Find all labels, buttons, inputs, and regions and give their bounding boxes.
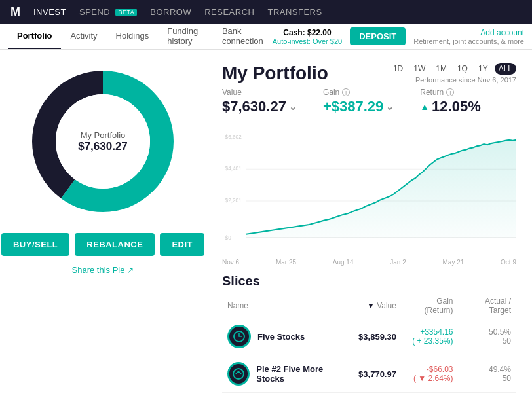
chart-label-jan: Jan 2 — [390, 259, 406, 266]
donut-label: My Portfolio $7,630.27 — [78, 130, 128, 153]
stats-row: Value $7,630.27 ⌄ Gain i +$387.29 ⌄ — [222, 88, 516, 122]
return-arrow-icon: ▲ — [420, 101, 429, 112]
chart-label-oct: Oct 9 — [501, 259, 516, 266]
stat-value-block: Value $7,630.27 ⌄ — [222, 88, 297, 115]
portfolio-gain: +$387.29 ⌄ — [323, 98, 394, 115]
nav-transfers[interactable]: TRANSFERS — [267, 7, 322, 17]
time-btn-1d[interactable]: 1D — [389, 63, 407, 75]
slice-2-name: Pie #2 Five More Stocks — [256, 364, 348, 384]
svg-text:$0: $0 — [225, 234, 231, 242]
slices-table: Name ▼ Value Gain (Return) Actual / Targ… — [222, 294, 516, 393]
slice-name-cell-1: Five Stocks — [222, 318, 353, 355]
table-row: Five Stocks $3,859.30 +$354.16 ( + 23.35… — [222, 318, 516, 355]
action-buttons: BUY/SELL REBALANCE EDIT — [1, 233, 204, 256]
slice-1-name: Five Stocks — [257, 332, 305, 342]
donut-portfolio-label: My Portfolio — [78, 130, 128, 140]
chart-label-nov: Nov 6 — [222, 259, 239, 266]
tab-bank-connection[interactable]: Bank connection — [213, 24, 273, 49]
value-chevron: ⌄ — [289, 101, 297, 112]
logo: M — [10, 5, 20, 19]
portfolio-chart: $6,602 $4,401 $2,201 $0 — [222, 130, 516, 248]
time-btn-1w[interactable]: 1W — [409, 63, 429, 75]
sort-icon: ▼ — [367, 301, 375, 310]
add-account[interactable]: Add account Retirement, joint accounts, … — [413, 28, 524, 45]
time-btn-1m[interactable]: 1M — [432, 63, 451, 75]
rebalance-button[interactable]: REBALANCE — [75, 233, 155, 256]
tab-funding-history[interactable]: Funding history — [158, 24, 213, 49]
return-label: Return i — [420, 88, 480, 97]
slice-2-gain: -$66.03 ( ▼ 2.64%) — [402, 355, 459, 393]
beta-badge: BETA — [115, 9, 137, 16]
value-label: Value — [222, 88, 297, 97]
share-pie-link[interactable]: Share this Pie ↗ — [72, 265, 134, 275]
share-pie-label: Share this Pie — [72, 265, 125, 275]
slice-icon-2 — [227, 362, 250, 386]
add-account-sub: Retirement, joint accounts, & more — [413, 37, 524, 45]
gain-chevron: ⌄ — [386, 101, 394, 112]
col-name: Name — [222, 294, 353, 318]
svg-text:$4,401: $4,401 — [225, 165, 242, 172]
time-btn-1q[interactable]: 1Q — [453, 63, 472, 75]
return-info-icon: i — [446, 88, 454, 96]
tab-portfolio[interactable]: Portfolio — [8, 24, 61, 49]
main-content: My Portfolio $7,630.27 BUY/SELL REBALANC… — [0, 50, 532, 400]
chart-label-may: May 21 — [442, 259, 464, 266]
deposit-button[interactable]: DEPOSIT — [350, 27, 406, 45]
donut-portfolio-value: $7,630.27 — [78, 140, 128, 153]
time-filter-section: 1D 1W 1M 1Q 1Y ALL Performance since Nov… — [389, 63, 516, 84]
gain-info-icon: i — [342, 88, 350, 96]
top-nav: M INVEST SPEND BETA BORROW RESEARCH TRAN… — [0, 0, 532, 24]
nav-invest[interactable]: INVEST — [33, 7, 66, 17]
portfolio-return: ▲ 12.05% — [420, 98, 480, 115]
time-btn-all[interactable]: ALL — [495, 63, 516, 75]
add-account-label: Add account — [413, 28, 524, 37]
slices-title: Slices — [222, 274, 516, 289]
nav-borrow[interactable]: BORROW — [150, 7, 191, 17]
svg-text:$6,602: $6,602 — [225, 133, 242, 140]
chart-x-labels: Nov 6 Mar 25 Aug 14 Jan 2 May 21 Oct 9 — [222, 259, 516, 266]
portfolio-value: $7,630.27 ⌄ — [222, 98, 297, 115]
sub-nav: Portfolio Activity Holdings Funding hist… — [0, 24, 532, 50]
performance-since: Performance since Nov 6, 2017 — [389, 76, 516, 84]
donut-chart: My Portfolio $7,630.27 — [24, 63, 181, 220]
auto-invest: Auto-invest: Over $20 — [273, 37, 342, 45]
slice-1-value: $3,859.30 — [353, 318, 402, 355]
svg-point-12 — [233, 369, 244, 379]
time-btn-1y[interactable]: 1Y — [474, 63, 492, 75]
cash-amount: Cash: $22.00 — [273, 28, 342, 37]
col-target: Actual / Target — [459, 294, 516, 318]
stat-return-block: Return i ▲ 12.05% — [420, 88, 480, 115]
col-value[interactable]: ▼ Value — [353, 294, 402, 318]
tab-activity[interactable]: Activity — [61, 24, 106, 49]
chart-label-mar: Mar 25 — [276, 259, 296, 266]
share-icon: ↗ — [127, 266, 134, 275]
portfolio-title: My Portfolio — [222, 63, 328, 84]
stat-gain-block: Gain i +$387.29 ⌄ — [323, 88, 394, 115]
svg-text:$2,201: $2,201 — [225, 197, 242, 204]
slice-name-cell-2: Pie #2 Five More Stocks — [222, 355, 353, 393]
gain-label: Gain i — [323, 88, 394, 97]
slice-1-gain: +$354.16 ( + 23.35%) — [402, 318, 459, 355]
sub-nav-right: Cash: $22.00 Auto-invest: Over $20 DEPOS… — [273, 24, 524, 49]
cash-info: Cash: $22.00 Auto-invest: Over $20 — [273, 28, 342, 45]
time-filters: 1D 1W 1M 1Q 1Y ALL — [389, 63, 516, 75]
buy-sell-button[interactable]: BUY/SELL — [1, 233, 69, 256]
table-row: Pie #2 Five More Stocks $3,770.97 -$66.0… — [222, 355, 516, 393]
tab-holdings[interactable]: Holdings — [107, 24, 159, 49]
col-gain: Gain (Return) — [402, 294, 459, 318]
slice-2-value: $3,770.97 — [353, 355, 402, 393]
slice-1-target: 50.5% 50 — [459, 318, 516, 355]
left-panel: My Portfolio $7,630.27 BUY/SELL REBALANC… — [0, 50, 206, 400]
nav-spend[interactable]: SPEND BETA — [79, 7, 137, 17]
slice-icon-1 — [227, 325, 251, 348]
sub-nav-tabs: Portfolio Activity Holdings Funding hist… — [8, 24, 273, 49]
portfolio-header: My Portfolio 1D 1W 1M 1Q 1Y ALL Performa… — [222, 63, 516, 84]
nav-research[interactable]: RESEARCH — [204, 7, 254, 17]
chart-label-aug: Aug 14 — [333, 259, 354, 266]
slice-2-target: 49.4% 50 — [459, 355, 516, 393]
right-panel: My Portfolio 1D 1W 1M 1Q 1Y ALL Performa… — [206, 50, 532, 400]
edit-button[interactable]: EDIT — [160, 233, 204, 256]
